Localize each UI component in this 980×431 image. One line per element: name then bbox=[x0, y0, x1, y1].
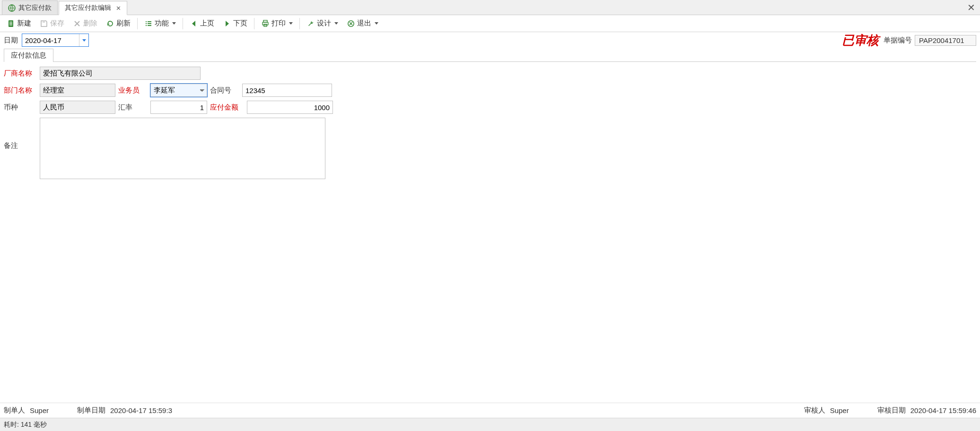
svg-rect-8 bbox=[146, 23, 147, 24]
prev-button[interactable]: 上页 bbox=[186, 17, 218, 31]
svg-rect-11 bbox=[148, 25, 151, 26]
save-label: 保存 bbox=[50, 19, 64, 28]
payable-label: 应付金额 bbox=[210, 103, 243, 112]
exit-icon bbox=[347, 19, 355, 28]
exit-label: 退出 bbox=[357, 19, 371, 28]
toolbar: 新建 保存 删除 刷新 功能 上页 下页 打印 设计 退出 bbox=[0, 15, 980, 32]
form-area: 应付款信息 厂商名称 部门名称 业务员 合同号 币种 汇率 应付金额 备注 bbox=[0, 48, 980, 403]
svg-rect-4 bbox=[9, 25, 12, 25]
section-body: 厂商名称 部门名称 业务员 合同号 币种 汇率 应付金额 备注 bbox=[4, 61, 976, 186]
elapsed-label: 耗时: 141 毫秒 bbox=[4, 421, 47, 429]
refresh-label: 刷新 bbox=[116, 19, 131, 28]
docno-value: PAP20041701 bbox=[915, 35, 976, 46]
chevron-down-icon bbox=[334, 22, 338, 25]
toolbar-separator bbox=[183, 18, 183, 29]
wrench-icon bbox=[306, 19, 315, 28]
approver-value: Super bbox=[830, 406, 849, 414]
chevron-down-icon bbox=[375, 22, 378, 25]
dept-select[interactable] bbox=[40, 84, 115, 97]
svg-rect-6 bbox=[146, 21, 147, 22]
print-button[interactable]: 打印 bbox=[257, 17, 297, 31]
svg-rect-7 bbox=[148, 21, 151, 22]
payable-input[interactable] bbox=[247, 101, 333, 114]
date-drop-button[interactable] bbox=[79, 34, 88, 46]
new-button[interactable]: 新建 bbox=[3, 17, 35, 31]
approve-date-value: 2020-04-17 15:59:46 bbox=[910, 406, 976, 414]
creator-label: 制单人 bbox=[4, 406, 25, 415]
header-row: 日期 已审核 单据编号 PAP20041701 bbox=[0, 32, 980, 48]
chevron-down-icon bbox=[172, 22, 176, 25]
new-label: 新建 bbox=[17, 19, 31, 28]
clerk-label: 业务员 bbox=[118, 86, 147, 95]
function-label: 功能 bbox=[155, 19, 169, 28]
design-label: 设计 bbox=[317, 19, 331, 28]
create-date-value: 2020-04-17 15:59:3 bbox=[110, 406, 172, 414]
exit-button[interactable]: 退出 bbox=[343, 17, 382, 31]
globe-icon bbox=[8, 4, 16, 12]
docno-label: 单据编号 bbox=[884, 36, 912, 45]
rate-input[interactable] bbox=[150, 101, 207, 114]
delete-label: 删除 bbox=[83, 19, 97, 28]
save-button: 保存 bbox=[36, 17, 68, 31]
window-close-button[interactable]: ✕ bbox=[967, 2, 975, 13]
prev-icon bbox=[190, 19, 198, 28]
function-button[interactable]: 功能 bbox=[140, 17, 180, 31]
approve-date-label: 审核日期 bbox=[877, 406, 906, 415]
tab-strip: 其它应付款 其它应付款编辑 ✕ ✕ bbox=[0, 0, 980, 15]
delete-icon bbox=[73, 19, 81, 28]
approver-label: 审核人 bbox=[804, 406, 825, 415]
svg-rect-13 bbox=[262, 22, 268, 25]
date-input[interactable] bbox=[22, 34, 79, 46]
delete-button: 删除 bbox=[69, 17, 101, 31]
next-icon bbox=[223, 19, 231, 28]
toolbar-separator bbox=[299, 18, 300, 29]
tab-label: 其它应付款编辑 bbox=[65, 4, 111, 12]
date-picker[interactable] bbox=[22, 34, 89, 47]
svg-rect-5 bbox=[43, 21, 45, 23]
dept-label: 部门名称 bbox=[4, 86, 37, 95]
refresh-button[interactable]: 刷新 bbox=[102, 17, 134, 31]
tab-label: 其它应付款 bbox=[18, 4, 52, 12]
vendor-select[interactable] bbox=[40, 67, 201, 80]
approved-stamp: 已审核 bbox=[842, 32, 879, 49]
creator-value: Super bbox=[30, 406, 49, 414]
save-icon bbox=[40, 19, 48, 28]
currency-select[interactable] bbox=[40, 101, 115, 114]
svg-rect-10 bbox=[146, 25, 147, 26]
toolbar-separator bbox=[254, 18, 254, 29]
remarks-input[interactable] bbox=[40, 118, 325, 179]
print-icon bbox=[261, 19, 270, 28]
remarks-label: 备注 bbox=[4, 141, 37, 150]
close-icon[interactable]: ✕ bbox=[116, 5, 121, 12]
svg-rect-9 bbox=[148, 23, 151, 24]
date-label: 日期 bbox=[4, 36, 18, 45]
toolbar-separator bbox=[137, 18, 138, 29]
currency-label: 币种 bbox=[4, 103, 37, 112]
tab-other-payable-edit[interactable]: 其它应付款编辑 ✕ bbox=[59, 1, 127, 15]
next-button[interactable]: 下页 bbox=[219, 17, 251, 31]
contract-input[interactable] bbox=[242, 84, 332, 97]
print-label: 打印 bbox=[271, 19, 286, 28]
create-date-label: 制单日期 bbox=[77, 406, 105, 415]
refresh-icon bbox=[106, 19, 114, 28]
contract-label: 合同号 bbox=[210, 86, 238, 95]
status-bar: 耗时: 141 毫秒 bbox=[0, 418, 980, 431]
section-tabs: 应付款信息 bbox=[4, 48, 976, 61]
chevron-down-icon bbox=[289, 22, 293, 25]
svg-rect-3 bbox=[9, 23, 12, 24]
svg-rect-2 bbox=[9, 22, 12, 22]
list-icon bbox=[144, 19, 153, 28]
vendor-label: 厂商名称 bbox=[4, 69, 37, 78]
new-icon bbox=[7, 19, 15, 28]
prev-label: 上页 bbox=[200, 19, 214, 28]
clerk-select[interactable] bbox=[150, 84, 207, 97]
design-button[interactable]: 设计 bbox=[303, 17, 342, 31]
next-label: 下页 bbox=[233, 19, 247, 28]
audit-row: 制单人 Super 制单日期 2020-04-17 15:59:3 审核人 Su… bbox=[0, 403, 980, 418]
rate-label: 汇率 bbox=[118, 103, 147, 112]
section-tab-payable[interactable]: 应付款信息 bbox=[4, 49, 53, 62]
tab-other-payable[interactable]: 其它应付款 bbox=[2, 0, 58, 15]
